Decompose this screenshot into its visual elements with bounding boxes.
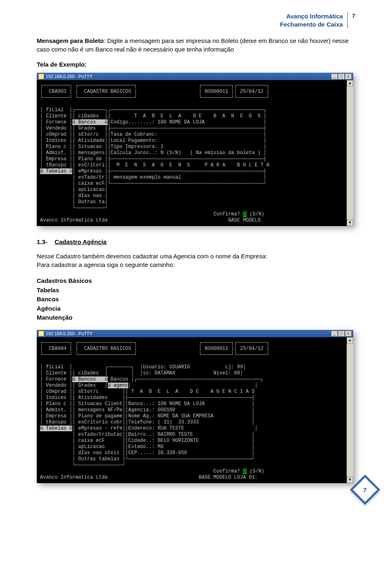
term-footer: Avanco Informatica Ltda BASE MODELO LOJA… [40,475,343,481]
term-line: │ Outras tabelas │└─────────────────────… [40,456,343,462]
term-line: │ Empresa ││ Plano de pagame││Nome Ag.: … [40,413,343,419]
term-line [40,101,343,107]
term-line: │ cOmprad ││ sEtor/c ││Taxa de Cobranc: … [40,132,343,138]
term-line: │ apLicacao│ [40,187,343,193]
term-line: │ Plano c ││ Situacao ││Tipo Impressora:… [40,144,343,150]
section-1-3: 1.3-Cadastro Agência [37,238,355,245]
term-line: │ Cliente ││ ciDades │ │ │ss: DATAMAX Ni… [40,370,343,376]
paragraph-lead: Mensagem para Boleto [37,37,104,44]
putty-window-1: 192.168.0.250 - PuTTY _ □ × ▲ ▼ ┌───────… [37,73,353,226]
term-line: │ Vendedo ││ Grades │├──────────────────… [40,125,343,132]
putty-icon [38,74,44,79]
term-line: │ esTado/tr││ mensagem exemplo manual │ [40,175,343,181]
putty-title-1: 192.168.0.250 - PuTTY [46,74,92,79]
term-line: │ Indices ││ Atividade││Local Pagamento:… [40,138,343,144]
putty-terminal-2[interactable]: ▲ ▼ ┌─────────┐ ┌───────────────────┐ ┌─… [37,337,353,483]
term-line: │ esTado/tributac││Bairro..: BAIRRO TEST… [40,432,343,438]
putty-window-2: 192.168.0.250 - PuTTY _ □ × ▲ ▼ ┌───────… [37,330,353,483]
maximize-button[interactable]: □ [338,331,345,336]
close-button[interactable]: × [345,74,352,79]
minimize-button[interactable]: _ [331,331,338,336]
term-line: │ Fornece │û Bancos û│Codigo........: 10… [40,119,343,125]
scroll-up-icon[interactable]: ▲ [347,80,353,87]
paragraph-cadastro-agencia: Nesse Cadastro também devemos cadastrar … [37,252,355,269]
term-line: │ caixa ecF ││Cidade..: BELO HORIZONTE │ [40,438,343,444]
path-item: Agência [37,304,355,314]
scroll-up-icon[interactable]: ▲ [347,337,353,344]
paragraph-mensagem-boleto: Mensagem para Boleto: Digite a mensagem … [37,36,355,54]
menu-tabelas-highlight: û Tabelas û [40,168,72,174]
term-line: │ Outras ta│ [40,199,343,205]
term-line: │ fiLial │┌──────────┐┌─────────────────… [40,107,343,113]
term-line: │ CBA803 │ │ CADASTRO BASICOS │ │ NS0000… [40,89,343,95]
scroll-down-icon[interactable]: ▼ [347,477,353,483]
term-line: │ Plano c ││ Situacao Client││Banco...: … [40,401,343,407]
term-line: │ fiLial │ ┌────────┐ │Usuario: USUARIO … [40,364,343,370]
term-line: │ Vendedo ││ Grades │û agenc│ │ [40,383,343,389]
putty-titlebar-2: 192.168.0.250 - PuTTY _ □ × [37,330,353,337]
header-line2: Fechamento de Caixa [280,21,343,28]
term-line: │ tRanspo ││ esCritori││ M E N S A G E N… [40,162,343,168]
maximize-button[interactable]: □ [338,74,345,79]
term-line: ┌─────────┐ ┌───────────────────┐ ┌─────… [40,83,343,89]
page-number-badge: 7 [350,475,380,505]
term-line: │ Fornece │û Bancos û Bancos │┌─────────… [40,376,343,383]
path-item: Bancos [37,295,355,304]
minimize-button[interactable]: _ [331,74,338,79]
close-button[interactable]: × [345,331,352,336]
putty-terminal-1[interactable]: ▲ ▼ ┌─────────┐ ┌───────────────────┐ ┌─… [37,80,353,226]
term-line: └─────────┘ └───────────────────┘ └─────… [40,95,343,101]
term-line: ┌─────────┐ ┌───────────────────┐ ┌─────… [40,340,343,346]
path-item: Manutenção [37,313,355,323]
example-label: Tela de Exemplo: [37,61,355,68]
term-line: │ Empresa ││ Plano de │├────────────────… [40,156,343,162]
scroll-down-icon[interactable]: ▼ [347,220,353,226]
term-line: └────────────────┘ [40,462,343,468]
term-line: û Tabelas û│ eMpresas - refe││Endereco: … [40,426,343,432]
term-line: └─────────┘ └───────────────────┘ └─────… [40,352,343,358]
putty-titlebar-1: 192.168.0.250 - PuTTY _ □ × [37,73,353,80]
navigation-path: Cadastros Básicos Tabelas Bancos Agência… [37,276,355,323]
term-line: Confirma? S (S/N) [40,468,343,475]
confirm-s: S [243,468,247,474]
menu-bancos-highlight: û Bancos û [72,119,107,125]
section-number: 1.3- [37,238,47,245]
term-line: û Tabelas û│ eMpresas │├────────────────… [40,168,343,175]
menu-agenc-highlight: û agenc [108,383,128,388]
putty-icon [38,331,44,336]
menu-tabelas-highlight: û Tabelas û [40,426,72,431]
term-line: │ Admist. ││ mensagens││Calcula Juros..:… [40,150,343,156]
header-line1: Avanço Informática [286,13,343,20]
term-line: │ apLicacao ││Estado..: MG │ [40,444,343,450]
term-line: └──────────┘ [40,205,343,211]
term-line: │ Indices ││ Atividades │├──────────────… [40,395,343,401]
term-line [40,358,343,364]
page-number-bottom: 7 [363,486,367,493]
term-line: │ Admist. ││ mensagens NF/Pe││Agencia.: … [40,407,343,413]
term-line: │ cOmprad ││ sEtor/c ││ T A B E L A D E … [40,389,343,395]
term-line: │ dIas nao uteis ││CEP.....: 30.330-050 … [40,450,343,456]
term-line: │ Cliente ││ ciDades ││ T A B E L A D E … [40,113,343,119]
term-line: Confirma? S (S/N) [40,211,343,217]
term-line: │ caixa ecF│└───────────────────────────… [40,181,343,187]
page-header: Avanço Informática Fechamento de Caixa 7 [37,12,355,28]
menu-bancos-highlight: û Bancos û [72,376,107,382]
path-item: Tabelas [37,286,355,295]
section-title: Cadastro Agência [55,238,107,245]
term-line: │ tRanspo ││ esCritorio cobr││Telefone: … [40,419,343,426]
term-line: │ CBA804 │ │ CADASTRO BASICOS │ │ NS0000… [40,346,343,352]
putty-title-2: 192.168.0.250 - PuTTY [46,331,92,336]
path-item: Cadastros Básicos [37,276,355,286]
term-footer: Avanco Informatica Ltda BASE MODELO [40,217,343,224]
confirm-s: S [243,211,247,217]
page-number-top: 7 [352,12,355,19]
term-line: │ dIas nao │ [40,193,343,199]
